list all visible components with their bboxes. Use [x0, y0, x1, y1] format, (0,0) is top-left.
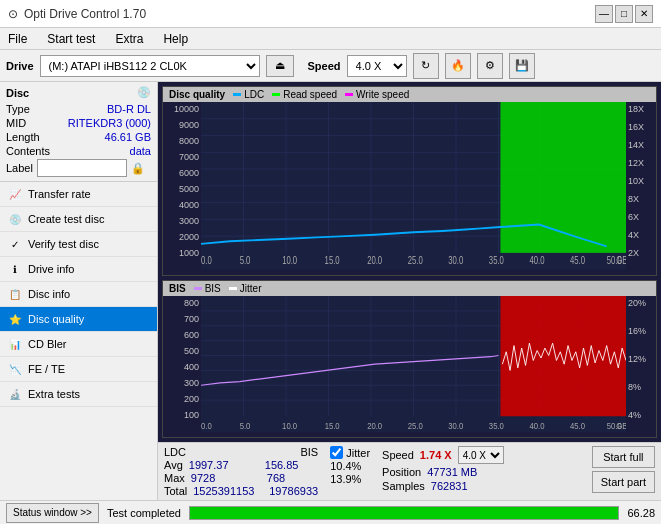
- jitter-checkbox[interactable]: [330, 446, 343, 459]
- contents-label: Contents: [6, 145, 50, 157]
- type-label: Type: [6, 103, 30, 115]
- main-area: Disc 💿 Type BD-R DL MID RITEKDR3 (000) L…: [0, 82, 661, 500]
- titlebar: ⊙ Opti Drive Control 1.70 — □ ✕: [0, 0, 661, 28]
- stats-ldc-column: LDC BIS Avg 1997.37 156.85 Max 9728 768 …: [164, 446, 318, 497]
- position-row: Position 47731 MB: [382, 466, 504, 478]
- maximize-button[interactable]: □: [615, 5, 633, 23]
- max-label: Max: [164, 472, 185, 484]
- legend-jitter-dot: [229, 287, 237, 290]
- menu-help[interactable]: Help: [159, 31, 192, 47]
- disc-info-panel: Disc 💿 Type BD-R DL MID RITEKDR3 (000) L…: [0, 82, 157, 182]
- label-input[interactable]: [37, 159, 127, 177]
- sidebar-item-extra-tests[interactable]: 🔬 Extra tests: [0, 382, 157, 407]
- status-window-button[interactable]: Status window >>: [6, 503, 99, 523]
- fe-te-label: FE / TE: [28, 363, 65, 375]
- max-row: Max 9728 768: [164, 472, 318, 484]
- sidebar-item-cd-bler[interactable]: 📊 CD Bler: [0, 332, 157, 357]
- legend-write-speed-dot: [345, 93, 353, 96]
- disc-icon: 💿: [137, 86, 151, 99]
- settings-button[interactable]: ⚙: [477, 53, 503, 79]
- disc-quality-chart: Disc quality LDC Read speed Write speed: [162, 86, 657, 276]
- avg-label: Avg: [164, 459, 183, 471]
- refresh-button[interactable]: ↻: [413, 53, 439, 79]
- speed-select[interactable]: 4.0 X: [347, 55, 407, 77]
- drive-info-icon: ℹ: [8, 262, 22, 276]
- drivebar: Drive (M:) ATAPI iHBS112 2 CL0K ⏏ Speed …: [0, 50, 661, 82]
- save-button[interactable]: 💾: [509, 53, 535, 79]
- app-title: ⊙ Opti Drive Control 1.70: [8, 7, 146, 21]
- bis-chart-svg-area: 0.0 5.0 10.0 15.0 20.0 25.0 30.0 35.0 40…: [201, 296, 626, 432]
- disc-info-label: Disc info: [28, 288, 70, 300]
- contents-value: data: [130, 145, 151, 157]
- y-axis-left-quality: 10000 9000 8000 7000 6000 5000 4000 3000…: [163, 102, 201, 270]
- disc-label: Disc: [6, 87, 29, 99]
- menu-file[interactable]: File: [4, 31, 31, 47]
- y-axis-right-bis: 20% 16% 12% 8% 4%: [626, 296, 656, 432]
- svg-text:20.0: 20.0: [367, 255, 382, 266]
- verify-test-disc-icon: ✓: [8, 237, 22, 251]
- speed-label: Speed: [308, 60, 341, 72]
- drive-select[interactable]: (M:) ATAPI iHBS112 2 CL0K: [40, 55, 260, 77]
- disc-quality-label: Disc quality: [28, 313, 84, 325]
- sidebar-item-create-test-disc[interactable]: 💿 Create test disc: [0, 207, 157, 232]
- speed-stat-select[interactable]: 4.0 X: [458, 446, 504, 464]
- sidebar-item-transfer-rate[interactable]: 📈 Transfer rate: [0, 182, 157, 207]
- minimize-button[interactable]: —: [595, 5, 613, 23]
- content-area: Disc quality LDC Read speed Write speed: [158, 82, 661, 500]
- stats-speed-column: Speed 1.74 X 4.0 X Position 47731 MB Sam…: [382, 446, 504, 497]
- sidebar-item-drive-info[interactable]: ℹ Drive info: [0, 257, 157, 282]
- disc-type-row: Type BD-R DL: [6, 103, 151, 115]
- samples-row: Samples 762831: [382, 480, 504, 492]
- speed-stat-value: 1.74 X: [420, 449, 452, 461]
- sidebar-item-disc-quality[interactable]: ⭐ Disc quality: [0, 307, 157, 332]
- svg-text:40.0: 40.0: [529, 419, 544, 430]
- create-test-disc-icon: 💿: [8, 212, 22, 226]
- cd-bler-icon: 📊: [8, 337, 22, 351]
- eject-button[interactable]: ⏏: [266, 55, 294, 77]
- mid-label: MID: [6, 117, 26, 129]
- total-row: Total 1525391153 19786933: [164, 485, 318, 497]
- legend-bis: BIS: [194, 283, 221, 294]
- legend-ldc-label: LDC: [244, 89, 264, 100]
- ldc-avg-value: 1997.37: [189, 459, 259, 471]
- app-title-text: Opti Drive Control 1.70: [24, 7, 146, 21]
- drive-label: Drive: [6, 60, 34, 72]
- legend-ldc: LDC: [233, 89, 264, 100]
- legend-write-speed: Write speed: [345, 89, 409, 100]
- avg-row: Avg 1997.37 156.85: [164, 459, 318, 471]
- sidebar: Disc 💿 Type BD-R DL MID RITEKDR3 (000) L…: [0, 82, 158, 500]
- legend-bis-dot: [194, 287, 202, 290]
- close-button[interactable]: ✕: [635, 5, 653, 23]
- legend-read-speed-dot: [272, 93, 280, 96]
- svg-text:25.0: 25.0: [408, 419, 423, 430]
- label-icon[interactable]: 🔒: [131, 162, 145, 175]
- svg-text:0.0: 0.0: [201, 255, 212, 266]
- extra-tests-icon: 🔬: [8, 387, 22, 401]
- disc-label-row: Label 🔒: [6, 159, 151, 177]
- bis-chart-svg: 0.0 5.0 10.0 15.0 20.0 25.0 30.0 35.0 40…: [201, 296, 626, 432]
- svg-text:GB: GB: [616, 255, 626, 266]
- status-value: 66.28: [627, 507, 655, 519]
- bis-title-text: BIS: [169, 283, 186, 294]
- window-controls: — □ ✕: [595, 5, 653, 23]
- burn-button[interactable]: 🔥: [445, 53, 471, 79]
- bis-chart-title: BIS BIS Jitter: [163, 281, 656, 296]
- stats-header-row: LDC BIS: [164, 446, 318, 458]
- disc-mid-row: MID RITEKDR3 (000): [6, 117, 151, 129]
- svg-text:15.0: 15.0: [325, 255, 340, 266]
- sidebar-item-disc-info[interactable]: 📋 Disc info: [0, 282, 157, 307]
- disc-quality-chart-title: Disc quality LDC Read speed Write speed: [163, 87, 656, 102]
- menu-starttest[interactable]: Start test: [43, 31, 99, 47]
- sidebar-item-fe-te[interactable]: 📉 FE / TE: [0, 357, 157, 382]
- start-full-button[interactable]: Start full: [592, 446, 655, 468]
- svg-text:35.0: 35.0: [489, 419, 504, 430]
- ldc-header: LDC: [164, 446, 186, 458]
- svg-text:20.0: 20.0: [367, 419, 382, 430]
- start-part-button[interactable]: Start part: [592, 471, 655, 493]
- sidebar-item-verify-test-disc[interactable]: ✓ Verify test disc: [0, 232, 157, 257]
- svg-text:45.0: 45.0: [570, 419, 585, 430]
- progress-bar-fill: [190, 507, 619, 519]
- ldc-total-value: 1525391153: [193, 485, 263, 497]
- menu-extra[interactable]: Extra: [111, 31, 147, 47]
- y-axis-right-quality: 18X 16X 14X 12X 10X 8X 6X 4X 2X: [626, 102, 656, 270]
